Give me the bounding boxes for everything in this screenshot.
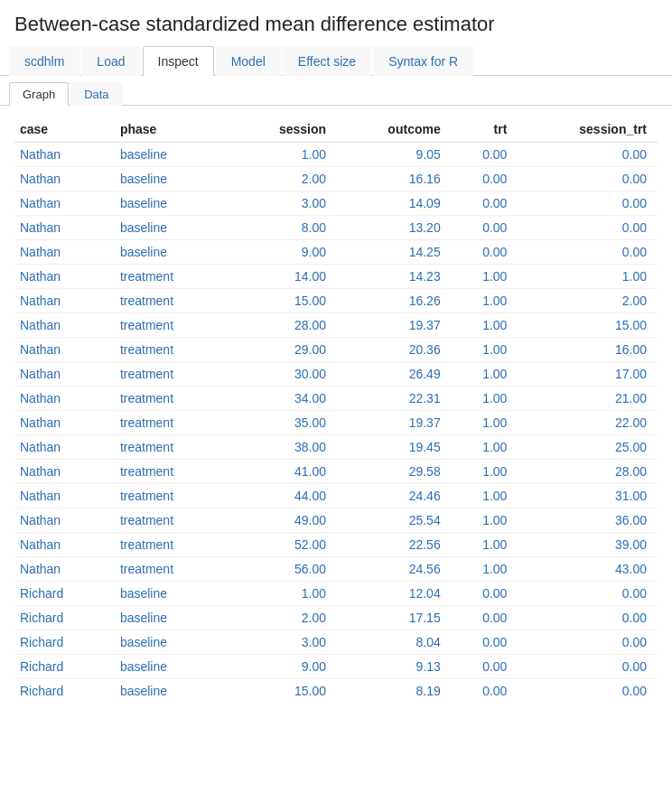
sub-tabs: GraphData [0, 76, 672, 106]
main-nav: scdhlmLoadInspectModelEffect sizeSyntax … [0, 45, 672, 76]
table-cell: 28.00 [232, 313, 337, 338]
table-cell: 1.00 [452, 411, 518, 435]
table-cell: treatment [117, 362, 232, 387]
table-cell: 0.00 [518, 143, 658, 167]
table-cell: 0.00 [518, 167, 658, 191]
table-cell: treatment [117, 411, 232, 435]
table-cell: Nathan [14, 362, 117, 387]
table-header: casephasesessionoutcometrtsession_trt [14, 115, 658, 143]
table-cell: 15.00 [232, 289, 337, 313]
nav-tab-effect-size[interactable]: Effect size [283, 46, 371, 76]
page-title: Between-case standardized mean differenc… [0, 0, 672, 45]
table-cell: 0.00 [452, 143, 518, 167]
table-cell: Nathan [14, 338, 117, 362]
table-cell: Nathan [14, 508, 117, 533]
nav-tab-inspect[interactable]: Inspect [143, 46, 214, 76]
table-cell: treatment [117, 435, 232, 460]
table-cell: Nathan [14, 387, 117, 411]
table-cell: 16.16 [337, 167, 452, 191]
table-cell: 2.00 [518, 289, 658, 313]
table-cell: baseline [117, 216, 232, 240]
table-cell: Richard [14, 655, 117, 679]
table-row: Nathantreatment35.0019.371.0022.00 [14, 411, 658, 435]
table-cell: treatment [117, 533, 232, 557]
table-cell: 0.00 [518, 606, 658, 630]
table-cell: baseline [117, 167, 232, 191]
table-cell: 0.00 [452, 167, 518, 191]
table-cell: 9.00 [232, 240, 337, 265]
table-cell: 21.00 [518, 387, 658, 411]
table-row: Nathantreatment56.0024.561.0043.00 [14, 557, 658, 582]
col-header-outcome: outcome [337, 115, 452, 143]
table-cell: 14.25 [337, 240, 452, 265]
nav-tab-model[interactable]: Model [216, 46, 281, 76]
table-cell: 25.54 [337, 508, 452, 533]
table-cell: 1.00 [518, 265, 658, 289]
table-cell: Nathan [14, 240, 117, 265]
table-cell: 0.00 [452, 191, 518, 216]
table-cell: 9.05 [337, 143, 452, 167]
nav-tab-load[interactable]: Load [81, 46, 140, 76]
table-cell: 19.37 [337, 411, 452, 435]
col-header-case: case [14, 115, 117, 143]
table-cell: Richard [14, 630, 117, 655]
col-header-session_trt: session_trt [518, 115, 658, 143]
col-header-session: session [232, 115, 337, 143]
nav-tab-scdhlm[interactable]: scdhlm [9, 46, 79, 76]
col-header-trt: trt [452, 115, 518, 143]
table-row: Nathanbaseline9.0014.250.000.00 [14, 240, 658, 265]
table-cell: Nathan [14, 411, 117, 435]
table-row: Richardbaseline2.0017.150.000.00 [14, 606, 658, 630]
table-cell: Nathan [14, 191, 117, 216]
table-cell: 14.09 [337, 191, 452, 216]
table-cell: 14.00 [232, 265, 337, 289]
table-cell: 1.00 [452, 265, 518, 289]
table-cell: Nathan [14, 143, 117, 167]
table-cell: 1.00 [452, 387, 518, 411]
table-cell: baseline [117, 606, 232, 630]
table-row: Richardbaseline15.008.190.000.00 [14, 679, 658, 704]
table-row: Nathanbaseline3.0014.090.000.00 [14, 191, 658, 216]
table-cell: 14.23 [337, 265, 452, 289]
table-cell: 8.00 [232, 216, 337, 240]
table-cell: baseline [117, 143, 232, 167]
table-cell: 17.15 [337, 606, 452, 630]
table-cell: baseline [117, 630, 232, 655]
sub-tab-graph[interactable]: Graph [9, 82, 69, 106]
table-cell: 26.49 [337, 362, 452, 387]
table-cell: baseline [117, 191, 232, 216]
table-cell: treatment [117, 387, 232, 411]
data-table-container: casephasesessionoutcometrtsession_trt Na… [0, 106, 672, 712]
data-table: casephasesessionoutcometrtsession_trt Na… [14, 115, 658, 703]
table-cell: Nathan [14, 435, 117, 460]
table-cell: 9.00 [232, 655, 337, 679]
table-cell: 29.58 [337, 460, 452, 484]
table-row: Nathantreatment38.0019.451.0025.00 [14, 435, 658, 460]
table-cell: baseline [117, 655, 232, 679]
table-cell: 22.31 [337, 387, 452, 411]
table-cell: 20.36 [337, 338, 452, 362]
table-cell: baseline [117, 582, 232, 606]
table-cell: 24.56 [337, 557, 452, 582]
table-cell: 28.00 [518, 460, 658, 484]
nav-tab-syntax-for-r[interactable]: Syntax for R [373, 46, 473, 76]
table-cell: 0.00 [452, 630, 518, 655]
table-cell: 0.00 [452, 606, 518, 630]
table-cell: treatment [117, 460, 232, 484]
table-cell: 1.00 [452, 533, 518, 557]
table-row: Nathantreatment14.0014.231.001.00 [14, 265, 658, 289]
table-cell: 56.00 [232, 557, 337, 582]
table-cell: 52.00 [232, 533, 337, 557]
table-cell: 0.00 [518, 191, 658, 216]
table-cell: baseline [117, 240, 232, 265]
table-row: Nathantreatment44.0024.461.0031.00 [14, 484, 658, 508]
table-cell: treatment [117, 313, 232, 338]
table-cell: 35.00 [232, 411, 337, 435]
table-cell: Richard [14, 582, 117, 606]
table-cell: 0.00 [452, 679, 518, 704]
table-cell: 0.00 [518, 582, 658, 606]
table-cell: 0.00 [518, 679, 658, 704]
table-cell: Nathan [14, 289, 117, 313]
sub-tab-data[interactable]: Data [70, 82, 122, 106]
table-row: Nathantreatment34.0022.311.0021.00 [14, 387, 658, 411]
